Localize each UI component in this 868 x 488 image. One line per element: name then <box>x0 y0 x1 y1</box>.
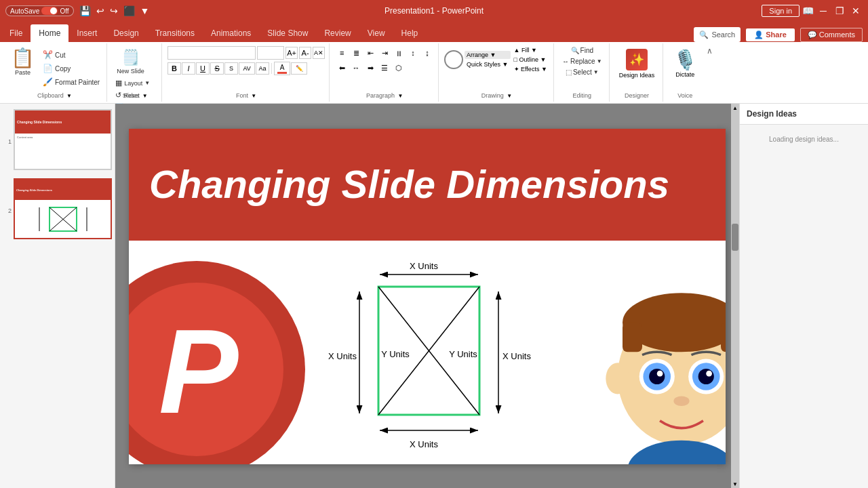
redo-icon[interactable]: ↪ <box>110 5 118 16</box>
cut-button[interactable]: ✂️ Cut <box>40 49 102 61</box>
arrange-button[interactable]: Arrange ▼ <box>465 51 510 59</box>
justify-button[interactable]: ☰ <box>378 61 391 75</box>
increase-font-button[interactable]: A+ <box>285 47 298 59</box>
restore-button[interactable]: ❐ <box>833 4 846 18</box>
save-icon[interactable]: 💾 <box>79 5 91 16</box>
slide-thumbnail-1[interactable]: Changing Slide Dimensions Content area <box>14 109 112 170</box>
bold-button[interactable]: B <box>167 62 181 75</box>
tab-design[interactable]: Design <box>105 24 146 42</box>
decrease-font-button[interactable]: A- <box>299 47 311 59</box>
bullets-button[interactable]: ≡ <box>335 46 349 60</box>
drawing-expand-icon[interactable]: ▼ <box>507 93 512 99</box>
line-spacing-button[interactable]: ↨ <box>420 46 434 60</box>
copy-icon: 📄 <box>43 64 53 73</box>
underline-button[interactable]: U <box>196 62 210 75</box>
oval-shape[interactable] <box>444 50 463 69</box>
presentation-mode-icon[interactable]: ⬛ <box>123 5 135 16</box>
highlight-button[interactable]: ✏️ <box>291 62 307 75</box>
immersive-reader-icon[interactable]: 📖 <box>802 5 814 16</box>
font-color-button[interactable]: A <box>274 62 290 75</box>
dictate-button[interactable]: 🎙️ Dictate <box>669 46 701 81</box>
separator <box>271 63 272 74</box>
quick-styles-button[interactable]: Quick Styles ▼ <box>465 60 510 68</box>
autosave-pill[interactable]: AutoSave Off <box>5 5 74 16</box>
ribbon-group-editing: 🔍 Find ↔ Replace ▼ ⬚ Select ▼ Editing <box>555 43 610 102</box>
tab-slideshow[interactable]: Slide Show <box>259 24 316 42</box>
copy-button[interactable]: 📄 Copy <box>40 62 102 75</box>
close-button[interactable]: ✕ <box>849 4 863 18</box>
slide-thumbnail-2[interactable]: Changing Slide Dimensions <box>14 178 112 239</box>
tab-file[interactable]: File <box>1 24 31 42</box>
tab-help[interactable]: Help <box>393 24 427 42</box>
svg-text:X Units: X Units <box>502 351 531 361</box>
share-button[interactable]: 👤 Share <box>746 28 795 41</box>
minimize-button[interactable]: ─ <box>816 4 830 18</box>
slides-expand-icon[interactable]: ▼ <box>142 93 148 99</box>
decrease-indent-button[interactable]: ⇤ <box>363 46 377 60</box>
designer-label: Designer <box>625 88 649 100</box>
shadow-button[interactable]: S <box>224 62 238 75</box>
italic-button[interactable]: I <box>182 62 195 75</box>
paragraph-expand-icon[interactable]: ▼ <box>397 93 403 99</box>
tab-insert[interactable]: Insert <box>68 24 105 42</box>
autosave-state: Off <box>60 7 68 15</box>
align-right-button[interactable]: ➡ <box>363 61 377 75</box>
clipboard-expand-icon[interactable]: ▼ <box>66 93 72 99</box>
slide-title: Changing Slide Dimensions <box>149 163 669 206</box>
shape-fill-button[interactable]: ▲ Fill ▼ <box>512 46 549 54</box>
font-size-input[interactable] <box>257 46 284 60</box>
font-expand-icon[interactable]: ▼ <box>251 93 256 99</box>
tab-view[interactable]: View <box>359 24 393 42</box>
more-options-icon[interactable]: ▼ <box>140 5 150 16</box>
char-spacing-button[interactable]: AV <box>239 62 255 75</box>
numbering-button[interactable]: ≣ <box>349 46 363 60</box>
tab-transitions[interactable]: Transitions <box>147 24 203 42</box>
layout-icon: ▦ <box>115 79 122 87</box>
undo-icon[interactable]: ↩ <box>96 5 104 16</box>
convert-to-smartart-button[interactable]: ⬡ <box>392 61 406 75</box>
new-slide-button[interactable]: 🗒️ New Slide <box>113 46 149 77</box>
svg-point-31 <box>649 368 665 384</box>
scroll-down-button[interactable]: ▼ <box>731 480 739 488</box>
signin-button[interactable]: Sign in <box>762 5 800 17</box>
collapse-ribbon-button[interactable]: ∧ <box>707 43 713 102</box>
select-icon: ⬚ <box>566 68 572 76</box>
autosave-toggle[interactable] <box>41 7 58 15</box>
svg-text:X Units: X Units <box>410 261 438 271</box>
shape-effects-button[interactable]: ✦ Effects ▼ <box>512 65 549 73</box>
align-center-button[interactable]: ↔ <box>349 61 363 75</box>
align-left-button[interactable]: ⬅ <box>335 61 349 75</box>
replace-button[interactable]: ↔ Replace ▼ <box>561 57 604 66</box>
cut-icon: ✂️ <box>43 50 53 60</box>
font-name-input[interactable] <box>167 46 256 60</box>
tab-home[interactable]: Home <box>31 24 68 42</box>
columns-button[interactable]: ⫼ <box>392 46 406 60</box>
search-box[interactable]: 🔍 Search <box>694 27 741 42</box>
increase-indent-button[interactable]: ⇥ <box>378 46 391 60</box>
slide-canvas[interactable]: Changing Slide Dimensions P <box>129 129 726 464</box>
vertical-scrollbar[interactable]: ▲ ▼ <box>731 104 739 488</box>
layout-button[interactable]: ▦ Layout ▼ <box>113 77 157 89</box>
scroll-up-button[interactable]: ▲ <box>731 104 739 113</box>
replace-chevron-icon: ▼ <box>597 58 602 64</box>
clear-format-button[interactable]: A✕ <box>313 47 325 59</box>
titlebar-right: Sign in 📖 ─ ❐ ✕ <box>762 4 863 18</box>
paste-button[interactable]: 📋 Paste <box>7 46 39 79</box>
slide-number-1: 1 <box>3 138 12 145</box>
text-direction-button[interactable]: ↕ <box>406 46 420 60</box>
scroll-thumb[interactable] <box>732 224 738 251</box>
format-painter-button[interactable]: 🖌️ Format Painter <box>40 76 102 88</box>
shape-outline-button[interactable]: □ Outline ▼ <box>512 56 549 64</box>
strikethrough-button[interactable]: S <box>210 62 224 75</box>
svg-point-35 <box>673 396 689 406</box>
powerpoint-logo: P <box>129 261 305 464</box>
tab-review[interactable]: Review <box>316 24 359 42</box>
find-button[interactable]: 🔍 Find <box>570 46 595 55</box>
comments-button[interactable]: 💬 Comments <box>800 28 863 42</box>
ribbon-group-paragraph: ≡ ≣ ⇤ ⇥ ⫼ ↕ ↨ ⬅ ↔ ➡ ☰ ⬡ Paragraph <box>331 43 439 102</box>
tab-animations[interactable]: Animations <box>203 24 259 42</box>
slide-thumbnail-panel: 1 Changing Slide Dimensions Content area… <box>0 104 115 488</box>
select-button[interactable]: ⬚ Select ▼ <box>564 68 600 77</box>
design-ideas-button[interactable]: ✨ Design Ideas <box>615 46 659 82</box>
change-case-button[interactable]: Aa <box>256 62 269 75</box>
